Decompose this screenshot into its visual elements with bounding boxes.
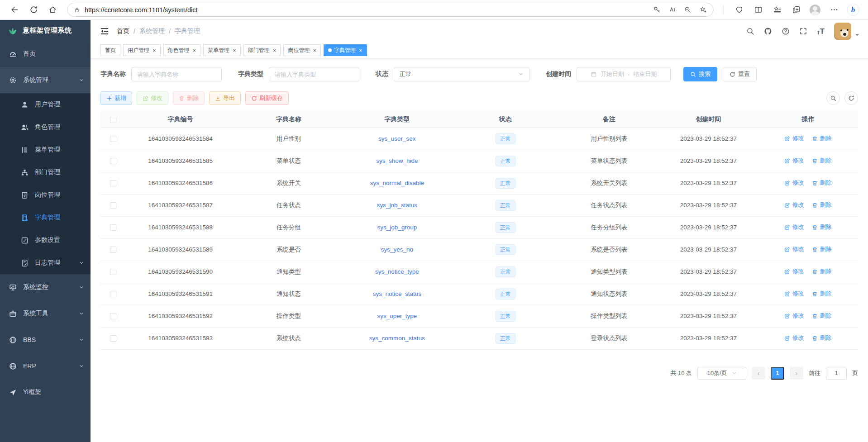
add-button[interactable]: 新增 — [100, 91, 132, 105]
close-icon[interactable]: × — [313, 48, 316, 53]
profile-icon[interactable] — [806, 2, 824, 18]
edit-row-button[interactable]: 修改 — [784, 267, 804, 276]
tab-menu[interactable]: 菜单管理× — [203, 44, 241, 56]
address-bar[interactable]: https://ccnetcore.com:1101/system/dict — [67, 3, 714, 17]
close-icon[interactable]: × — [273, 48, 277, 53]
row-checkbox[interactable] — [110, 335, 116, 342]
reload-icon[interactable] — [25, 2, 42, 18]
dict-type-input[interactable] — [269, 67, 359, 81]
favorites-icon[interactable] — [768, 2, 786, 18]
split-screen-icon[interactable] — [749, 2, 767, 18]
refresh-cache-button[interactable]: 刷新缓存 — [245, 91, 289, 105]
key-icon[interactable] — [649, 4, 664, 16]
sidebar-item-post[interactable]: 岗位管理 — [0, 184, 91, 206]
tab-dict[interactable]: 字典管理× — [324, 44, 367, 56]
dict-type-link[interactable]: sys_common_status — [369, 335, 425, 342]
zoom-out-icon[interactable] — [680, 4, 695, 16]
breadcrumb-system[interactable]: 系统管理 — [139, 27, 165, 35]
edit-row-button[interactable]: 修改 — [784, 134, 804, 143]
search-icon[interactable] — [746, 27, 754, 35]
close-icon[interactable]: × — [153, 48, 156, 53]
font-size-icon[interactable]: TT — [817, 28, 825, 35]
row-checkbox[interactable] — [110, 180, 116, 186]
row-checkbox[interactable] — [110, 224, 116, 231]
sidebar-item-dept[interactable]: 部门管理 — [0, 161, 91, 184]
fold-sidebar-icon[interactable] — [100, 26, 110, 36]
tab-post[interactable]: 岗位管理× — [283, 44, 321, 56]
dict-type-link[interactable]: sys_user_sex — [378, 135, 416, 142]
page-size-select[interactable]: 10条/页 — [697, 367, 746, 380]
tab-user[interactable]: 用户管理× — [123, 44, 161, 56]
sidebar-item-system[interactable]: 系统管理 — [0, 67, 91, 93]
row-checkbox[interactable] — [110, 158, 116, 164]
close-icon[interactable]: × — [359, 48, 362, 53]
user-avatar[interactable] — [834, 23, 851, 40]
home-icon[interactable] — [44, 2, 61, 18]
sidebar-item-menu[interactable]: 菜单管理 — [0, 138, 91, 161]
search-button[interactable]: 搜索 — [683, 67, 717, 81]
dict-name-input[interactable] — [131, 67, 222, 81]
edit-button[interactable]: 修改 — [137, 91, 168, 105]
edit-row-button[interactable]: 修改 — [784, 290, 804, 298]
delete-row-button[interactable]: 删除 — [812, 334, 831, 342]
delete-row-button[interactable]: 删除 — [812, 312, 831, 320]
github-icon[interactable] — [764, 27, 772, 35]
close-icon[interactable]: × — [233, 48, 236, 53]
dict-type-link[interactable]: sys_job_status — [377, 202, 417, 209]
prev-page-button[interactable]: ‹ — [752, 367, 765, 380]
url-text[interactable]: https://ccnetcore.com:1101/system/dict — [85, 6, 649, 14]
browser-essentials-icon[interactable] — [730, 2, 748, 18]
dict-type-link[interactable]: sys_notice_status — [373, 290, 421, 297]
delete-row-button[interactable]: 删除 — [812, 157, 831, 165]
export-button[interactable]: 导出 — [209, 91, 241, 105]
row-checkbox[interactable] — [110, 291, 116, 297]
edit-row-button[interactable]: 修改 — [784, 179, 804, 187]
select-all-checkbox[interactable] — [110, 117, 116, 123]
close-icon[interactable]: × — [193, 48, 196, 53]
add-favorite-icon[interactable] — [695, 4, 711, 16]
fullscreen-icon[interactable] — [799, 27, 807, 35]
edit-row-button[interactable]: 修改 — [784, 312, 804, 320]
back-icon[interactable] — [6, 2, 23, 18]
tab-role[interactable]: 角色管理× — [163, 44, 201, 56]
delete-row-button[interactable]: 删除 — [812, 201, 831, 209]
delete-row-button[interactable]: 删除 — [812, 223, 831, 231]
sidebar-item-tools[interactable]: 系统工具 — [0, 300, 91, 327]
row-checkbox[interactable] — [110, 202, 116, 209]
sidebar-item-bbs[interactable]: BBS — [0, 327, 91, 353]
dict-type-link[interactable]: sys_oper_type — [377, 313, 417, 319]
sidebar-item-yi[interactable]: Yi框架 — [0, 379, 91, 405]
row-checkbox[interactable] — [110, 269, 116, 275]
current-page-button[interactable]: 1 — [771, 367, 784, 380]
reset-button[interactable]: 重置 — [723, 67, 757, 81]
delete-row-button[interactable]: 删除 — [812, 179, 831, 187]
sidebar-item-user[interactable]: 用户管理 — [0, 93, 91, 116]
sidebar-item-log[interactable]: 日志管理 — [0, 252, 91, 274]
row-checkbox[interactable] — [110, 136, 116, 142]
help-icon[interactable] — [782, 27, 790, 35]
more-icon[interactable] — [825, 2, 843, 18]
sidebar-item-monitor[interactable]: 系统监控 — [0, 274, 91, 300]
edit-row-button[interactable]: 修改 — [784, 223, 804, 231]
delete-button[interactable]: 删除 — [173, 91, 205, 105]
tab-dept[interactable]: 部门管理× — [243, 44, 281, 56]
dict-type-link[interactable]: sys_show_hide — [376, 157, 418, 164]
dict-type-link[interactable]: sys_yes_no — [381, 246, 413, 253]
date-range-picker[interactable]: 开始日期 - 结束日期 — [577, 67, 671, 81]
breadcrumb-home[interactable]: 首页 — [117, 27, 129, 35]
edit-row-button[interactable]: 修改 — [784, 334, 804, 342]
toggle-search-button[interactable] — [826, 91, 840, 105]
tab-home[interactable]: 首页 — [100, 44, 120, 56]
row-checkbox[interactable] — [110, 247, 116, 253]
read-aloud-icon[interactable] — [664, 4, 680, 16]
edit-row-button[interactable]: 修改 — [784, 245, 804, 253]
next-page-button[interactable]: › — [790, 367, 803, 380]
edit-row-button[interactable]: 修改 — [784, 157, 804, 165]
delete-row-button[interactable]: 删除 — [812, 267, 831, 276]
status-select[interactable]: 正常 — [394, 67, 529, 81]
delete-row-button[interactable]: 删除 — [812, 290, 831, 298]
dict-type-link[interactable]: sys_notice_type — [375, 268, 419, 275]
collections-icon[interactable] — [787, 2, 805, 18]
goto-page-input[interactable] — [826, 367, 847, 380]
delete-row-button[interactable]: 删除 — [812, 134, 831, 143]
